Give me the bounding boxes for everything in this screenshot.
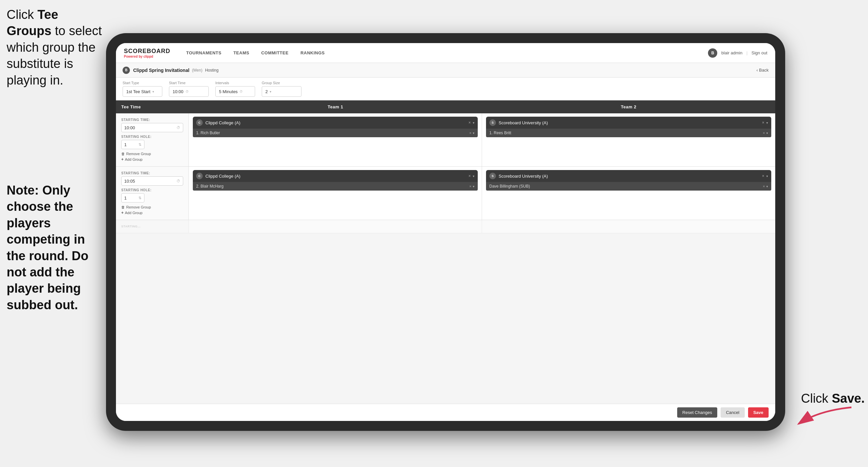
clock-icon-2: ⏱ (177, 179, 180, 183)
tablet-device: SCOREBOARD Powered by clippd TOURNAMENTS… (106, 33, 785, 431)
logo-area: SCOREBOARD Powered by clippd (124, 48, 170, 58)
team-actions-2-2: × ▾ (762, 174, 768, 178)
nav-rankings[interactable]: RANKINGS (294, 43, 331, 63)
team-logo-1-2: S (489, 119, 496, 126)
click-save-pre: Click (801, 391, 832, 405)
add-group-1-button[interactable]: + Add Group (121, 157, 183, 162)
instruction-top-click: Click (7, 8, 37, 22)
team-close-1-2[interactable]: × (762, 120, 764, 125)
player-chevron-1-2[interactable]: ▾ (766, 131, 768, 135)
remove-group-1-button[interactable]: 🗑 Remove Group (121, 152, 183, 156)
team-card-1-1-header: C Clippd College (A) × ▾ (193, 117, 478, 128)
hosting-badge: Hosting (205, 68, 219, 72)
start-time-input[interactable]: 10:00 ⏱ (169, 86, 209, 97)
team-name-2-1: Clippd College (A) (206, 174, 466, 179)
start-type-label: Start Type (123, 81, 162, 85)
player-chevron-2-2[interactable]: ▾ (766, 185, 768, 188)
team-chevron-2-1[interactable]: ▾ (473, 174, 474, 178)
team-logo-2-1: C (196, 173, 203, 179)
start-time-clock-icon: ⏱ (186, 90, 189, 93)
team2-header: Team 2 (482, 100, 775, 113)
nav-username: blair admin (721, 50, 742, 55)
team-card-1-2: S Scoreboard University (A) × ▾ 1. Rees … (486, 117, 771, 137)
group-row-1: STARTING TIME: 10:00 ⏱ STARTING HOLE: 1 … (116, 113, 775, 167)
group-1-left: STARTING TIME: 10:00 ⏱ STARTING HOLE: 1 … (116, 113, 189, 166)
start-type-group: Start Type 1st Tee Start ▾ (123, 81, 162, 97)
team-name-1-1: Clippd College (A) (206, 120, 466, 125)
group-2-hole-label: STARTING HOLE: (121, 188, 183, 192)
trash-icon-2: 🗑 (121, 205, 125, 209)
player-close-1-1[interactable]: × (469, 131, 471, 135)
intervals-group: Intervals 5 Minutes ⏱ (215, 81, 255, 97)
start-type-arrow-icon: ▾ (152, 90, 154, 93)
save-button[interactable]: Save (748, 407, 769, 418)
group-1-team1: C Clippd College (A) × ▾ 1. Rich Butler … (189, 113, 482, 166)
tablet-screen: SCOREBOARD Powered by clippd TOURNAMENTS… (116, 43, 775, 421)
team-card-1-1: C Clippd College (A) × ▾ 1. Rich Butler … (193, 117, 478, 137)
player-name-2-1: 2. Blair McHarg (196, 184, 469, 188)
tournament-badge: (Men) (192, 68, 203, 72)
team-actions-1-2: × ▾ (762, 120, 768, 125)
instruction-note-text: Only choose the players competing in the… (7, 183, 89, 312)
instruction-top: Click Tee Groups to select which group t… (0, 0, 109, 95)
player-close-2-2[interactable]: × (763, 184, 765, 188)
reset-changes-button[interactable]: Reset Changes (677, 407, 718, 418)
sub-header-logo: B (123, 67, 130, 74)
team-chevron-1-2[interactable]: ▾ (766, 121, 768, 125)
team-actions-2-1: × ▾ (468, 174, 474, 178)
player-row-2-1: 2. Blair McHarg × ▾ (193, 182, 478, 191)
footer-bar: Reset Changes Cancel Save (116, 404, 775, 421)
nav-teams[interactable]: TEAMS (227, 43, 255, 63)
player-close-2-1[interactable]: × (469, 184, 471, 188)
back-button[interactable]: ‹ Back (756, 68, 769, 72)
click-save-bold: Save. (832, 391, 865, 405)
group-2-time-input[interactable]: 10:05 ⏱ (121, 176, 183, 185)
team-close-1-1[interactable]: × (468, 120, 471, 125)
player-name-1-2: 1. Rees Britt (489, 130, 763, 135)
add-group-2-button[interactable]: + Add Group (121, 210, 183, 215)
team-chevron-1-1[interactable]: ▾ (473, 121, 474, 125)
clock-icon-1: ⏱ (177, 126, 180, 129)
intervals-input[interactable]: 5 Minutes ⏱ (215, 86, 255, 97)
team-card-2-1: C Clippd College (A) × ▾ 2. Blair McHarg… (193, 170, 478, 191)
team-close-2-1[interactable]: × (468, 174, 471, 178)
player-chevron-2-1[interactable]: ▾ (473, 185, 474, 188)
player-row-2-2: Dave Billingham (SUB) × ▾ (486, 182, 771, 191)
group-2-team2: S Scoreboard University (A) × ▾ Dave Bil… (482, 167, 775, 220)
group-1-hole-label: STARTING HOLE: (121, 135, 183, 139)
group-2-left: STARTING TIME: 10:05 ⏱ STARTING HOLE: 1 … (116, 167, 189, 220)
intervals-label: Intervals (215, 81, 255, 85)
team-name-1-2: Scoreboard University (A) (499, 120, 760, 125)
group-3-team2-partial (482, 220, 775, 233)
player-close-1-2[interactable]: × (763, 131, 765, 135)
player-chevron-1-1[interactable]: ▾ (473, 131, 474, 135)
group-size-label: Group Size (262, 81, 302, 85)
group-3-left-partial: STARTING... (116, 220, 189, 233)
click-save-text: Click Save. (801, 391, 865, 406)
logo-powered: Powered by clippd (124, 55, 170, 58)
group-size-input[interactable]: 2 ▾ (262, 86, 302, 97)
player-name-1-1: 1. Rich Butler (196, 130, 469, 135)
group-1-hole-input[interactable]: 1 ⇅ (121, 140, 145, 149)
start-type-input[interactable]: 1st Tee Start ▾ (123, 86, 162, 97)
sign-out-link[interactable]: Sign out (751, 50, 767, 55)
settings-row: Start Type 1st Tee Start ▾ Start Time 10… (116, 78, 775, 100)
remove-group-2-button[interactable]: 🗑 Remove Group (121, 205, 183, 209)
nav-tournaments[interactable]: TOURNAMENTS (180, 43, 227, 63)
instruction-note-label: Note: (7, 183, 42, 197)
team-chevron-2-2[interactable]: ▾ (766, 174, 768, 178)
plus-icon-2: + (121, 210, 124, 215)
tournament-title: Clippd Spring Invitational (133, 68, 189, 73)
team-card-1-2-header: S Scoreboard University (A) × ▾ (486, 117, 771, 128)
group-1-time-input[interactable]: 10:00 ⏱ (121, 123, 183, 132)
team-close-2-2[interactable]: × (762, 174, 764, 178)
nav-committee[interactable]: COMMITTEE (255, 43, 294, 63)
group-2-team1: C Clippd College (A) × ▾ 2. Blair McHarg… (189, 167, 482, 220)
nav-links: TOURNAMENTS TEAMS COMMITTEE RANKINGS (180, 43, 708, 63)
team1-header: Team 1 (189, 100, 482, 113)
nav-avatar: B (708, 49, 717, 58)
group-2-hole-input[interactable]: 1 ⇅ (121, 193, 145, 203)
cancel-button[interactable]: Cancel (720, 407, 744, 418)
team-logo-1-1: C (196, 119, 203, 126)
hole-stepper-2: ⇅ (138, 196, 142, 200)
